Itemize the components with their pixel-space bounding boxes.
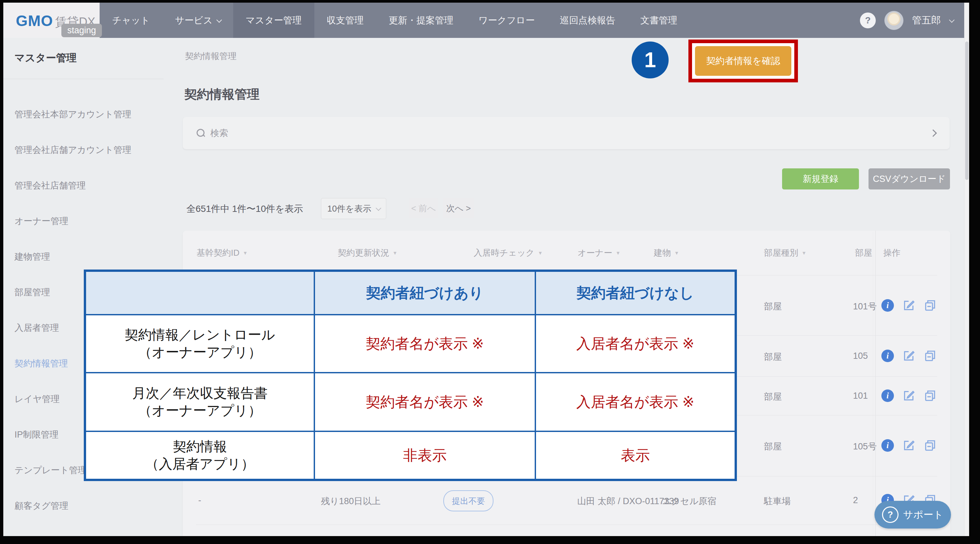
table-row-room: 2 [853, 495, 877, 506]
breadcrumb: 契約情報管理 [185, 51, 237, 62]
sort-icon[interactable]: ▼ [538, 250, 542, 256]
top-navbar: GMO賃貸DX staging チャット サービス マスター管理 収支管理 更新… [3, 3, 964, 38]
info-icon[interactable]: i [881, 389, 894, 402]
page-title: 契約情報管理 [185, 86, 259, 103]
sort-icon[interactable]: ▼ [243, 250, 248, 256]
nav-item-master-active[interactable]: マスター管理 [233, 3, 314, 38]
support-button[interactable]: ? サポート [875, 501, 951, 528]
nav-item-chat[interactable]: チャット [100, 3, 162, 38]
sort-icon[interactable]: ▼ [616, 250, 620, 256]
linkage-comparison-table: 契約者紐づけあり 契約者紐づけなし 契約情報／レントロール （オーナーアプリ） … [84, 270, 737, 481]
new-registration-button[interactable]: 新規登録 [782, 168, 859, 189]
sticky-column-divider [875, 231, 876, 536]
table-row-room-type: 駐車場 [764, 495, 791, 507]
comparison-row-label: 月次／年次収支報告書 （オーナーアプリ） [86, 373, 314, 431]
comparison-row-label: 契約情報／レントロール （オーナーアプリ） [86, 315, 314, 372]
table-row-room-type: 部屋 [764, 441, 782, 452]
logo-block[interactable]: GMO賃貸DX staging [3, 3, 100, 38]
copy-icon[interactable] [924, 439, 936, 452]
scrollbar-thumb[interactable] [965, 41, 969, 180]
column-header-move-in-check[interactable]: 入居時チェック▼ [474, 231, 542, 275]
next-page-button[interactable]: 次へ > [443, 198, 474, 219]
column-header-building[interactable]: 建物▼ [654, 231, 679, 275]
comparison-value: 入居者名が表示 ※ [536, 315, 735, 372]
sidebar-item-hq-accounts[interactable]: 管理会社本部アカウント管理 [3, 97, 164, 132]
nav-item-renewal[interactable]: 更新・提案管理 [376, 3, 466, 38]
chevron-down-icon [216, 17, 222, 23]
user-menu-chevron-down-icon[interactable] [949, 17, 955, 23]
table-row-actions: i [881, 389, 936, 402]
staging-env-badge: staging [61, 24, 102, 37]
copy-icon[interactable] [924, 350, 936, 362]
chevron-down-icon [376, 205, 381, 211]
top-nav-right: ? 管五郎 [860, 3, 964, 38]
comparison-header-unlinked: 契約者紐づけなし [536, 272, 735, 314]
sort-icon[interactable]: ▼ [802, 250, 807, 256]
edit-icon[interactable] [902, 389, 915, 402]
nav-item-workflow[interactable]: ワークフロー [466, 3, 547, 38]
comparison-value: 契約者名が表示 ※ [315, 315, 535, 372]
table-row-room-type: 部屋 [764, 351, 782, 363]
table-row-contract-id: - [198, 495, 201, 506]
table-row-room: 105 [853, 351, 877, 361]
comparison-empty-header [86, 272, 314, 314]
sidebar-item-owners[interactable]: オーナー管理 [3, 203, 164, 239]
nav-item-inspection[interactable]: 巡回点検報告 [547, 3, 628, 38]
page-scrollbar[interactable] [964, 3, 969, 536]
table-row-room: 101号 [853, 300, 877, 312]
column-header-actions: 操作 [883, 231, 900, 275]
column-header-room-type[interactable]: 部屋種別▼ [764, 231, 807, 275]
comparison-value: 入居者名が表示 ※ [536, 373, 735, 431]
submission-not-required-badge: 提出不要 [443, 490, 493, 511]
row-separator [196, 525, 937, 525]
user-avatar[interactable] [885, 11, 904, 30]
confirm-contractor-info-button[interactable]: 契約者情報を確認 [695, 46, 791, 76]
sidebar-item-home-images[interactable]: ホーム画面画像管理 [3, 523, 164, 536]
table-row-actions: i [881, 439, 936, 452]
logo-gmo-text: GMO [16, 12, 53, 29]
table-row-room-type: 部屋 [764, 391, 782, 403]
search-placeholder: 検索 [210, 127, 228, 139]
comparison-row-label: 契約情報 （入居者アプリ） [86, 432, 314, 479]
comparison-value: 契約者名が表示 ※ [315, 373, 535, 431]
column-header-contract-id[interactable]: 基幹契約ID▼ [197, 231, 248, 275]
nav-item-documents[interactable]: 文書管理 [628, 3, 690, 38]
sort-icon[interactable]: ▼ [393, 250, 398, 256]
help-icon[interactable]: ? [860, 13, 876, 29]
table-row-room: 105号 [853, 441, 877, 452]
sidebar-item-store-accounts[interactable]: 管理会社店舗アカウント管理 [3, 132, 164, 168]
nav-item-balance[interactable]: 収支管理 [314, 3, 376, 38]
nav-item-service[interactable]: サービス [162, 3, 233, 38]
info-icon[interactable]: i [881, 439, 894, 452]
column-header-renewal-status[interactable]: 契約更新状況▼ [338, 231, 398, 275]
step-1-annotation: 1 [632, 41, 669, 78]
question-icon: ? [882, 506, 899, 523]
table-row-room-type: 部屋 [764, 300, 782, 312]
prev-page-button[interactable]: < 前へ [409, 198, 438, 219]
table-row-actions: i [881, 299, 936, 312]
column-header-owner[interactable]: オーナー▼ [578, 231, 620, 275]
edit-icon[interactable] [902, 439, 915, 452]
table-row-building: エクセル原宿 [662, 495, 716, 507]
search-input[interactable]: 検索 [183, 117, 950, 149]
app-window: GMO賃貸DX staging チャット サービス マスター管理 収支管理 更新… [3, 3, 969, 536]
sort-icon[interactable]: ▼ [674, 250, 679, 256]
page-size-select[interactable]: 10件を表示 [321, 198, 386, 219]
search-icon [197, 129, 205, 137]
comparison-header-linked: 契約者紐づけあり [315, 272, 535, 314]
user-name: 管五郎 [912, 14, 941, 27]
pagination-summary: 全651件中 1件〜10件を表示 [186, 203, 303, 215]
info-icon[interactable]: i [881, 350, 894, 362]
table-row-room: 101 [853, 391, 877, 401]
info-icon[interactable]: i [881, 299, 894, 312]
sidebar-item-stores[interactable]: 管理会社店舗管理 [3, 168, 164, 203]
copy-icon[interactable] [924, 389, 936, 402]
highlight-red-frame: 契約者情報を確認 [689, 40, 798, 82]
csv-download-button[interactable]: CSVダウンロード [869, 168, 950, 189]
edit-icon[interactable] [902, 350, 915, 362]
edit-icon[interactable] [902, 299, 915, 312]
sidebar-item-buildings[interactable]: 建物管理 [3, 239, 164, 274]
expand-search-chevron-right-icon[interactable] [929, 130, 937, 137]
copy-icon[interactable] [924, 299, 936, 312]
sidebar-item-customer-tags[interactable]: 顧客タグ管理 [3, 488, 164, 523]
